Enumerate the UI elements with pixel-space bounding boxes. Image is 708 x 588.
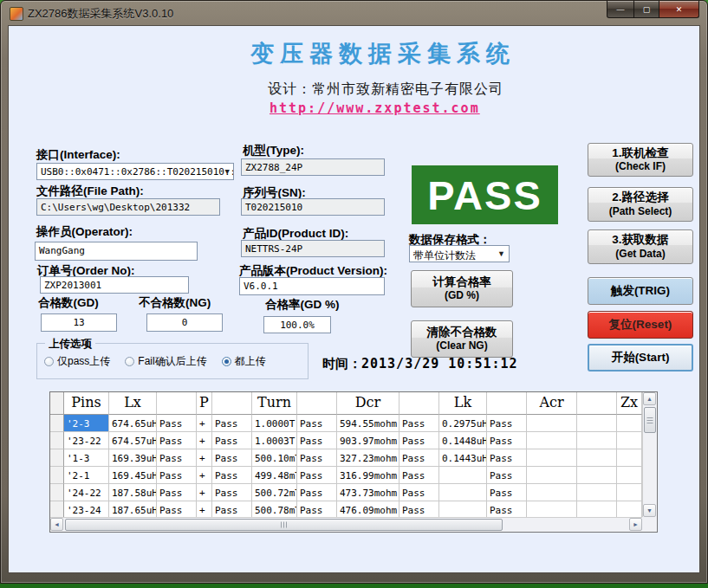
title-bar[interactable]: ZX2786数据采集系统V3.0.10 — ▢ ✕ [1, 1, 707, 24]
table-cell[interactable]: 674.65uH [109, 415, 157, 432]
column-header-lx[interactable]: Lx [109, 392, 157, 415]
maximize-button[interactable]: ▢ [634, 1, 659, 18]
column-header-p[interactable]: P [197, 392, 212, 415]
horizontal-scroll-thumb[interactable] [65, 519, 503, 531]
table-cell[interactable]: Pass [399, 449, 439, 467]
table-cell[interactable] [577, 449, 617, 467]
table-cell[interactable]: Pass [157, 449, 197, 467]
column-header-dcr[interactable]: Dcr [337, 392, 399, 415]
table-cell[interactable] [617, 449, 642, 467]
table-cell[interactable]: 169.39uH [109, 449, 157, 467]
clear-ng-button[interactable]: 清除不合格数 (Clear NG) [411, 320, 513, 358]
table-cell[interactable]: Pass [212, 415, 252, 432]
table-cell[interactable]: 316.99mohm [337, 467, 399, 484]
minimize-button[interactable]: — [607, 1, 634, 18]
table-cell[interactable]: Pass [487, 501, 527, 519]
table-cell[interactable]: 476.09mohm [337, 501, 399, 519]
table-cell[interactable]: Pass [399, 484, 439, 501]
table-cell[interactable] [50, 432, 64, 449]
table-cell[interactable] [577, 432, 617, 449]
start-button[interactable]: 开始(Start) [588, 344, 693, 372]
table-cell[interactable]: 169.45uH [109, 467, 157, 484]
scroll-left-button[interactable]: ◄ [50, 518, 63, 531]
table-cell[interactable]: 187.65uH [109, 501, 157, 519]
scroll-right-button[interactable]: ► [629, 518, 642, 531]
table-cell[interactable]: '24-22 [64, 484, 109, 501]
table-cell[interactable]: 500.72mT [252, 484, 297, 501]
table-cell[interactable]: 1.0003T [252, 432, 297, 449]
scroll-down-button[interactable]: ▼ [643, 504, 656, 517]
table-cell[interactable] [577, 501, 617, 519]
table-cell[interactable]: Pass [212, 501, 252, 519]
table-cell[interactable] [527, 501, 577, 519]
order-no-input[interactable]: ZXP2013001 [40, 276, 189, 294]
trig-button[interactable]: 触发(TRIG) [588, 277, 693, 305]
table-cell[interactable]: + [197, 484, 212, 501]
table-cell[interactable] [527, 449, 577, 467]
horizontal-scrollbar[interactable]: ◄ ► [50, 517, 642, 532]
table-cell[interactable]: Pass [212, 449, 252, 467]
table-cell[interactable]: '2-3 [64, 415, 109, 432]
table-cell[interactable]: Pass [399, 501, 439, 519]
table-cell[interactable] [527, 415, 577, 432]
table-cell[interactable] [439, 484, 487, 501]
get-data-button[interactable]: 3.获取数据 (Get Data) [588, 229, 693, 264]
operator-input[interactable]: WangGang [35, 242, 198, 261]
table-cell[interactable]: Pass [297, 484, 337, 501]
table-cell[interactable] [527, 432, 577, 449]
column-header-blank[interactable] [399, 392, 439, 415]
table-cell[interactable]: + [197, 449, 212, 467]
table-cell[interactable]: Pass [399, 415, 439, 432]
table-cell[interactable]: 499.48mT [252, 467, 297, 484]
column-header-blank[interactable] [50, 392, 64, 415]
website-link[interactable]: http://www.zxptest.com [270, 100, 480, 116]
column-header-blank[interactable] [212, 392, 252, 415]
ng-count-input[interactable]: 0 [146, 313, 223, 332]
table-cell[interactable] [50, 501, 64, 519]
table-cell[interactable] [50, 484, 64, 501]
file-path-input[interactable]: C:\Users\wg\Desktop\201332 [36, 198, 220, 216]
table-cell[interactable] [617, 432, 642, 449]
table-cell[interactable]: Pass [487, 467, 527, 484]
close-button[interactable]: ✕ [659, 1, 699, 18]
table-cell[interactable]: Pass [157, 467, 197, 484]
table-cell[interactable] [577, 467, 617, 484]
table-cell[interactable]: 674.57uH [109, 432, 157, 449]
table-cell[interactable]: Pass [399, 432, 439, 449]
table-cell[interactable]: 903.97mohm [337, 432, 399, 449]
scroll-up-button[interactable]: ▲ [643, 392, 656, 405]
vertical-scroll-thumb[interactable] [644, 407, 656, 433]
table-cell[interactable]: 0.1448uH [439, 432, 487, 449]
upload-radio-1[interactable]: Fail确认后上传 [125, 354, 206, 369]
check-if-button[interactable]: 1.联机检查 (Check IF) [588, 143, 693, 177]
gd-rate-field[interactable]: 100.0% [263, 316, 331, 333]
calc-rate-button[interactable]: 计算合格率 (GD %) [411, 270, 513, 307]
column-header-acr[interactable]: Acr [527, 392, 577, 415]
gd-count-input[interactable]: 13 [41, 313, 117, 332]
table-cell[interactable]: Pass [157, 501, 197, 519]
table-cell[interactable]: '23-22 [64, 432, 109, 449]
table-cell[interactable] [527, 467, 577, 484]
table-cell[interactable]: Pass [157, 415, 197, 432]
table-cell[interactable]: '2-1 [64, 467, 109, 484]
table-cell[interactable]: 0.2975uH [439, 415, 487, 432]
table-cell[interactable]: Pass [487, 449, 527, 467]
column-header-lk[interactable]: Lk [439, 392, 487, 415]
table-cell[interactable]: Pass [212, 432, 252, 449]
column-header-blank[interactable] [297, 392, 337, 415]
table-cell[interactable]: 594.55mohm [337, 415, 399, 432]
table-cell[interactable]: + [197, 432, 212, 449]
column-header-turn[interactable]: Turn [252, 392, 297, 415]
upload-radio-0[interactable]: 仅pass上传 [44, 354, 110, 369]
table-cell[interactable]: 500.10mT [252, 449, 297, 467]
table-cell[interactable]: '23-24 [64, 501, 109, 519]
table-cell[interactable]: Pass [297, 467, 337, 484]
table-cell[interactable]: Pass [297, 501, 337, 519]
table-cell[interactable]: 187.58uH [109, 484, 157, 501]
table-cell[interactable]: + [197, 415, 212, 432]
table-cell[interactable] [617, 467, 642, 484]
table-cell[interactable] [439, 501, 487, 519]
table-cell[interactable]: '1-3 [64, 449, 109, 467]
table-cell[interactable] [577, 484, 617, 501]
table-cell[interactable]: Pass [297, 449, 337, 467]
